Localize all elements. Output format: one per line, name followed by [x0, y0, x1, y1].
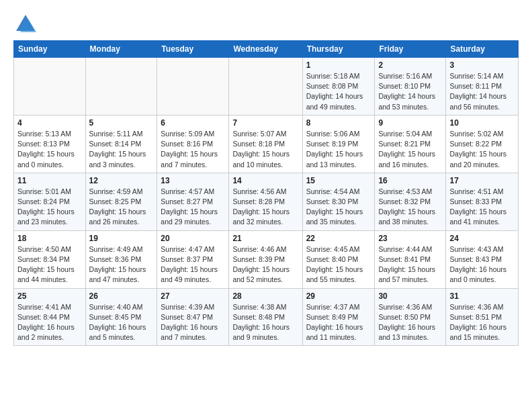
calendar-cell: 13Sunrise: 4:57 AM Sunset: 8:27 PM Dayli…	[157, 173, 229, 230]
calendar-cell: 4Sunrise: 5:13 AM Sunset: 8:13 PM Daylig…	[14, 115, 86, 173]
day-detail: Sunrise: 4:43 AM Sunset: 8:43 PM Dayligh…	[449, 244, 515, 285]
day-number: 19	[89, 234, 154, 243]
day-detail: Sunrise: 5:13 AM Sunset: 8:13 PM Dayligh…	[17, 129, 82, 170]
calendar-cell: 30Sunrise: 4:36 AM Sunset: 8:50 PM Dayli…	[375, 288, 446, 346]
logo-icon	[13, 12, 38, 36]
day-number: 23	[378, 234, 442, 243]
day-number: 8	[306, 118, 371, 128]
day-number: 20	[161, 234, 225, 243]
calendar-cell: 14Sunrise: 4:56 AM Sunset: 8:28 PM Dayli…	[229, 173, 302, 230]
day-detail: Sunrise: 4:44 AM Sunset: 8:41 PM Dayligh…	[378, 244, 442, 285]
calendar-cell: 21Sunrise: 4:46 AM Sunset: 8:39 PM Dayli…	[229, 230, 302, 288]
day-detail: Sunrise: 5:02 AM Sunset: 8:22 PM Dayligh…	[449, 129, 515, 170]
day-number: 22	[306, 234, 371, 243]
day-number: 11	[17, 176, 82, 185]
calendar-cell	[85, 58, 157, 116]
calendar-cell	[14, 58, 86, 116]
weekday-header-wednesday: Wednesday	[229, 41, 302, 58]
calendar-week-3: 11Sunrise: 5:01 AM Sunset: 8:24 PM Dayli…	[14, 173, 519, 230]
day-number: 9	[378, 118, 442, 128]
day-detail: Sunrise: 4:40 AM Sunset: 8:45 PM Dayligh…	[89, 302, 154, 343]
day-number: 26	[89, 291, 154, 301]
day-number: 24	[449, 234, 515, 243]
day-number: 4	[17, 118, 82, 128]
calendar-cell: 16Sunrise: 4:53 AM Sunset: 8:32 PM Dayli…	[375, 173, 446, 230]
calendar-week-4: 18Sunrise: 4:50 AM Sunset: 8:34 PM Dayli…	[14, 230, 519, 288]
calendar-cell: 20Sunrise: 4:47 AM Sunset: 8:37 PM Dayli…	[157, 230, 229, 288]
day-number: 16	[378, 176, 442, 185]
day-detail: Sunrise: 4:41 AM Sunset: 8:44 PM Dayligh…	[17, 302, 82, 343]
day-detail: Sunrise: 5:11 AM Sunset: 8:14 PM Dayligh…	[89, 129, 154, 170]
day-detail: Sunrise: 4:56 AM Sunset: 8:28 PM Dayligh…	[232, 187, 298, 228]
calendar-cell: 10Sunrise: 5:02 AM Sunset: 8:22 PM Dayli…	[446, 115, 519, 173]
day-detail: Sunrise: 5:09 AM Sunset: 8:16 PM Dayligh…	[161, 129, 225, 170]
day-number: 2	[378, 60, 442, 70]
calendar-cell: 22Sunrise: 4:45 AM Sunset: 8:40 PM Dayli…	[302, 230, 375, 288]
calendar-cell	[157, 58, 229, 116]
day-number: 10	[449, 118, 515, 128]
day-detail: Sunrise: 5:14 AM Sunset: 8:11 PM Dayligh…	[449, 71, 515, 112]
day-number: 6	[161, 118, 225, 128]
calendar-cell: 2Sunrise: 5:16 AM Sunset: 8:10 PM Daylig…	[375, 58, 446, 116]
weekday-header-row: SundayMondayTuesdayWednesdayThursdayFrid…	[14, 41, 519, 58]
calendar-cell: 5Sunrise: 5:11 AM Sunset: 8:14 PM Daylig…	[85, 115, 157, 173]
day-number: 29	[306, 291, 371, 301]
calendar-cell: 28Sunrise: 4:38 AM Sunset: 8:48 PM Dayli…	[229, 288, 302, 346]
calendar: SundayMondayTuesdayWednesdayThursdayFrid…	[13, 40, 519, 346]
day-detail: Sunrise: 4:53 AM Sunset: 8:32 PM Dayligh…	[378, 187, 442, 228]
day-detail: Sunrise: 4:49 AM Sunset: 8:36 PM Dayligh…	[89, 244, 154, 285]
calendar-cell: 27Sunrise: 4:39 AM Sunset: 8:47 PM Dayli…	[157, 288, 229, 346]
day-detail: Sunrise: 4:39 AM Sunset: 8:47 PM Dayligh…	[161, 302, 225, 343]
weekday-header-tuesday: Tuesday	[157, 41, 229, 58]
calendar-cell: 18Sunrise: 4:50 AM Sunset: 8:34 PM Dayli…	[14, 230, 86, 288]
day-number: 3	[449, 60, 515, 70]
day-detail: Sunrise: 4:46 AM Sunset: 8:39 PM Dayligh…	[232, 244, 298, 285]
calendar-week-5: 25Sunrise: 4:41 AM Sunset: 8:44 PM Dayli…	[14, 288, 519, 346]
day-detail: Sunrise: 4:36 AM Sunset: 8:50 PM Dayligh…	[378, 302, 442, 343]
weekday-header-monday: Monday	[85, 41, 157, 58]
calendar-cell: 7Sunrise: 5:07 AM Sunset: 8:18 PM Daylig…	[229, 115, 302, 173]
calendar-cell	[229, 58, 302, 116]
weekday-header-thursday: Thursday	[302, 41, 375, 58]
day-detail: Sunrise: 5:06 AM Sunset: 8:19 PM Dayligh…	[306, 129, 371, 170]
day-detail: Sunrise: 4:36 AM Sunset: 8:51 PM Dayligh…	[449, 302, 515, 343]
calendar-cell: 12Sunrise: 4:59 AM Sunset: 8:25 PM Dayli…	[85, 173, 157, 230]
day-detail: Sunrise: 4:47 AM Sunset: 8:37 PM Dayligh…	[161, 244, 225, 285]
day-number: 5	[89, 118, 154, 128]
calendar-cell: 31Sunrise: 4:36 AM Sunset: 8:51 PM Dayli…	[446, 288, 519, 346]
day-detail: Sunrise: 4:59 AM Sunset: 8:25 PM Dayligh…	[89, 187, 154, 228]
calendar-cell: 1Sunrise: 5:18 AM Sunset: 8:08 PM Daylig…	[302, 58, 375, 116]
calendar-cell: 17Sunrise: 4:51 AM Sunset: 8:33 PM Dayli…	[446, 173, 519, 230]
day-detail: Sunrise: 5:16 AM Sunset: 8:10 PM Dayligh…	[378, 71, 442, 112]
day-number: 28	[232, 291, 298, 301]
day-detail: Sunrise: 5:07 AM Sunset: 8:18 PM Dayligh…	[232, 129, 298, 170]
day-detail: Sunrise: 4:57 AM Sunset: 8:27 PM Dayligh…	[161, 187, 225, 228]
day-number: 13	[161, 176, 225, 185]
calendar-cell: 24Sunrise: 4:43 AM Sunset: 8:43 PM Dayli…	[446, 230, 519, 288]
calendar-week-2: 4Sunrise: 5:13 AM Sunset: 8:13 PM Daylig…	[14, 115, 519, 173]
calendar-body: 1Sunrise: 5:18 AM Sunset: 8:08 PM Daylig…	[14, 58, 519, 346]
day-detail: Sunrise: 5:01 AM Sunset: 8:24 PM Dayligh…	[17, 187, 82, 228]
calendar-cell: 19Sunrise: 4:49 AM Sunset: 8:36 PM Dayli…	[85, 230, 157, 288]
weekday-header-saturday: Saturday	[446, 41, 519, 58]
day-detail: Sunrise: 4:38 AM Sunset: 8:48 PM Dayligh…	[232, 302, 298, 343]
day-detail: Sunrise: 4:51 AM Sunset: 8:33 PM Dayligh…	[449, 187, 515, 228]
calendar-header: SundayMondayTuesdayWednesdayThursdayFrid…	[14, 41, 519, 58]
calendar-cell: 23Sunrise: 4:44 AM Sunset: 8:41 PM Dayli…	[375, 230, 446, 288]
day-number: 1	[306, 60, 371, 70]
header	[13, 12, 519, 36]
calendar-cell: 26Sunrise: 4:40 AM Sunset: 8:45 PM Dayli…	[85, 288, 157, 346]
calendar-cell: 29Sunrise: 4:37 AM Sunset: 8:49 PM Dayli…	[302, 288, 375, 346]
day-number: 12	[89, 176, 154, 185]
calendar-cell: 6Sunrise: 5:09 AM Sunset: 8:16 PM Daylig…	[157, 115, 229, 173]
calendar-cell: 3Sunrise: 5:14 AM Sunset: 8:11 PM Daylig…	[446, 58, 519, 116]
day-detail: Sunrise: 4:37 AM Sunset: 8:49 PM Dayligh…	[306, 302, 371, 343]
page: SundayMondayTuesdayWednesdayThursdayFrid…	[0, 0, 532, 355]
calendar-cell: 9Sunrise: 5:04 AM Sunset: 8:21 PM Daylig…	[375, 115, 446, 173]
day-number: 17	[449, 176, 515, 185]
logo	[13, 12, 40, 36]
day-number: 31	[449, 291, 515, 301]
day-number: 25	[17, 291, 82, 301]
calendar-cell: 15Sunrise: 4:54 AM Sunset: 8:30 PM Dayli…	[302, 173, 375, 230]
day-number: 14	[232, 176, 298, 185]
